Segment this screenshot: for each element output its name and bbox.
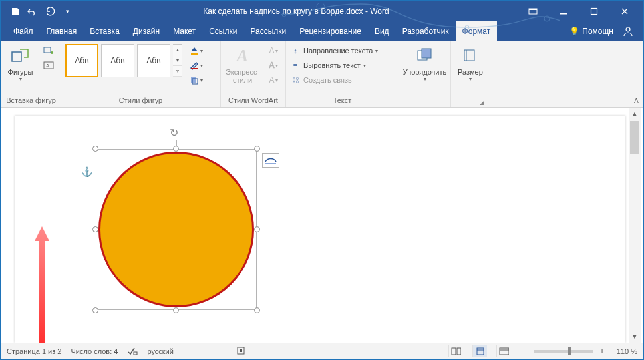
web-layout-icon[interactable] bbox=[496, 345, 511, 357]
size-button[interactable]: Размер ▾ bbox=[455, 44, 486, 83]
svg-rect-6 bbox=[560, 13, 567, 15]
window-controls bbox=[518, 1, 640, 21]
tab-developer[interactable]: Разработчик bbox=[396, 21, 456, 41]
shape-outline-icon[interactable] bbox=[188, 59, 204, 72]
handle-n[interactable] bbox=[173, 146, 179, 152]
anchor-icon: ⚓ bbox=[81, 166, 92, 177]
minimize-icon[interactable] bbox=[548, 1, 579, 21]
text-fill-icon[interactable]: A bbox=[265, 44, 281, 57]
wordart-icon: A bbox=[232, 45, 253, 67]
group-label-shapes: Вставка фигур bbox=[5, 95, 57, 106]
tab-design[interactable]: Дизайн bbox=[126, 21, 166, 41]
macro-icon[interactable] bbox=[236, 346, 245, 357]
zoom-value[interactable]: 110 % bbox=[611, 347, 637, 355]
handle-e[interactable] bbox=[254, 226, 260, 232]
tab-layout[interactable]: Макет bbox=[166, 21, 202, 41]
svg-rect-29 bbox=[500, 348, 509, 355]
shapes-button[interactable]: Фигуры ▾ bbox=[5, 44, 35, 83]
style-gallery-more[interactable]: ▴▾▿ bbox=[173, 44, 182, 77]
selection-box bbox=[96, 149, 257, 310]
quick-styles-button[interactable]: A Экспресс- стили bbox=[225, 44, 260, 85]
handle-sw[interactable] bbox=[92, 307, 98, 313]
print-layout-icon[interactable] bbox=[472, 345, 487, 357]
group-label-wordart: Стили WordArt bbox=[225, 95, 281, 106]
edit-shape-icon[interactable] bbox=[41, 44, 57, 57]
collapse-ribbon-icon[interactable]: ᐱ bbox=[634, 97, 639, 104]
text-outline-icon[interactable]: A bbox=[265, 59, 281, 72]
scroll-up-icon[interactable]: ▲ bbox=[629, 108, 641, 120]
maximize-icon[interactable] bbox=[579, 1, 609, 21]
read-mode-icon[interactable] bbox=[448, 345, 463, 357]
group-arrange: Упорядочить ▾ bbox=[399, 41, 451, 107]
page-indicator[interactable]: Страница 1 из 2 bbox=[7, 347, 61, 355]
title-bar: ▾ Как сделать надпись по кругу в Ворде.d… bbox=[1, 1, 643, 21]
shapes-icon bbox=[10, 45, 31, 67]
tab-file[interactable]: Файл bbox=[7, 21, 40, 41]
tell-me[interactable]: 💡Помощн bbox=[564, 27, 619, 36]
svg-rect-21 bbox=[265, 163, 276, 164]
group-size: Размер ▾ ◢ bbox=[451, 41, 491, 107]
close-icon[interactable] bbox=[609, 1, 640, 21]
status-bar: Страница 1 из 2 Число слов: 4 русский − … bbox=[1, 343, 643, 359]
shape-fill-icon[interactable] bbox=[188, 44, 204, 57]
tab-mailings[interactable]: Рассылки bbox=[243, 21, 293, 41]
text-box-icon[interactable]: A bbox=[41, 59, 57, 72]
spellcheck-icon[interactable] bbox=[127, 346, 138, 357]
group-wordart-styles: A Экспресс- стили A A A Стили WordArt bbox=[221, 41, 286, 107]
zoom-in-button[interactable]: + bbox=[597, 346, 607, 356]
svg-rect-16 bbox=[191, 77, 196, 83]
scroll-thumb[interactable] bbox=[630, 121, 639, 154]
svg-rect-10 bbox=[44, 47, 51, 53]
quick-access-toolbar: ▾ bbox=[4, 4, 75, 19]
zoom-slider[interactable] bbox=[534, 350, 593, 353]
text-direction-button[interactable]: ↕Направление текста ▾ bbox=[290, 44, 378, 57]
tab-insert[interactable]: Вставка bbox=[83, 21, 126, 41]
align-text-button[interactable]: ≡Выровнять текст ▾ bbox=[290, 59, 366, 72]
arrange-label: Упорядочить bbox=[403, 68, 446, 76]
arrange-icon bbox=[414, 45, 436, 67]
style-preset-2[interactable]: Абв bbox=[101, 44, 134, 77]
layout-options-button[interactable] bbox=[262, 153, 279, 168]
zoom-thumb[interactable] bbox=[568, 347, 571, 355]
style-preset-3[interactable]: Абв bbox=[137, 44, 170, 77]
handle-nw[interactable] bbox=[92, 146, 98, 152]
size-label: Размер bbox=[458, 68, 483, 76]
svg-point-8 bbox=[626, 27, 630, 31]
shape-selection[interactable]: ↻ bbox=[96, 149, 257, 310]
redo-icon[interactable] bbox=[43, 4, 57, 19]
style-preset-1[interactable]: Абв bbox=[65, 44, 98, 77]
tab-references[interactable]: Ссылки bbox=[202, 21, 243, 41]
svg-rect-24 bbox=[240, 349, 242, 352]
zoom-out-button[interactable]: − bbox=[520, 346, 530, 356]
save-icon[interactable] bbox=[8, 4, 23, 19]
handle-ne[interactable] bbox=[254, 146, 260, 152]
dialog-launcher-size[interactable]: ◢ bbox=[478, 97, 486, 105]
text-effects-icon[interactable]: A bbox=[265, 73, 281, 87]
undo-icon[interactable] bbox=[25, 4, 40, 19]
handle-se[interactable] bbox=[254, 307, 260, 313]
scroll-down-icon[interactable]: ▼ bbox=[629, 331, 641, 343]
tell-me-label: Помощн bbox=[582, 27, 613, 36]
shape-mini-buttons: A bbox=[41, 44, 57, 72]
rotate-handle[interactable]: ↻ bbox=[170, 126, 183, 140]
shape-effects-icon[interactable] bbox=[188, 73, 204, 87]
create-link-button[interactable]: ⛓Создать связь bbox=[290, 73, 352, 87]
size-icon bbox=[460, 45, 481, 67]
qat-more-icon[interactable]: ▾ bbox=[60, 4, 75, 19]
tab-home[interactable]: Главная bbox=[40, 21, 84, 41]
svg-rect-26 bbox=[457, 348, 461, 355]
group-shape-styles: Абв Абв Абв ▴▾▿ Стили фигур bbox=[61, 41, 221, 107]
language-indicator[interactable]: русский bbox=[147, 347, 173, 355]
svg-rect-25 bbox=[452, 348, 456, 355]
tab-format[interactable]: Формат bbox=[456, 21, 498, 41]
vertical-scrollbar[interactable]: ▲ ▼ bbox=[629, 108, 641, 343]
account-icon[interactable] bbox=[619, 26, 637, 37]
group-label-text: Текст bbox=[290, 95, 395, 106]
handle-s[interactable] bbox=[173, 307, 179, 313]
tab-review[interactable]: Рецензирование bbox=[293, 21, 368, 41]
ribbon-options-icon[interactable] bbox=[518, 1, 548, 21]
arrange-button[interactable]: Упорядочить ▾ bbox=[403, 44, 446, 83]
tab-view[interactable]: Вид bbox=[368, 21, 396, 41]
word-count[interactable]: Число слов: 4 bbox=[71, 347, 118, 355]
handle-w[interactable] bbox=[92, 226, 98, 232]
